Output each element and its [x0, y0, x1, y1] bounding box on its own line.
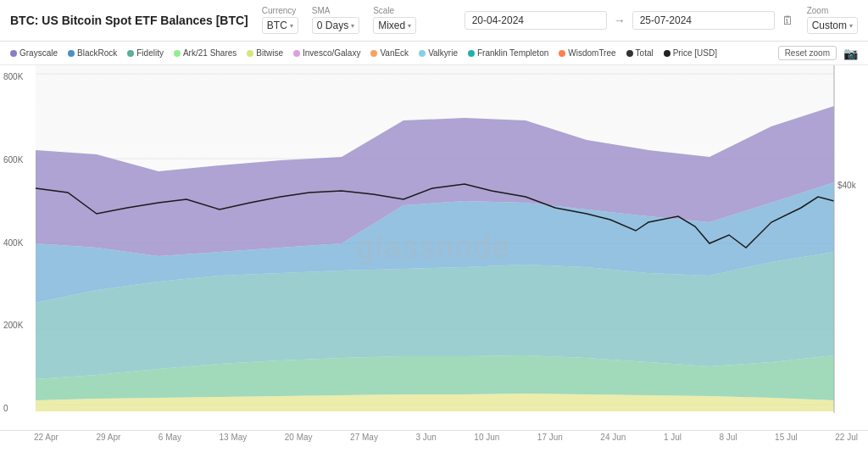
total-dot	[626, 50, 633, 57]
legend-bar: Grayscale BlackRock Fidelity Ark/21 Shar…	[0, 42, 868, 65]
date-start-input[interactable]	[465, 11, 607, 30]
x-label-17jun: 17 Jun	[537, 433, 563, 442]
x-axis: 22 Apr 29 Apr 6 May 13 May 20 May 27 May…	[0, 430, 868, 444]
legend-bitwise-label: Bitwise	[256, 48, 283, 58]
x-label-3jun: 3 Jun	[415, 433, 436, 442]
chart-actions: Reset zoom 📷	[778, 46, 858, 60]
x-label-13may: 13 May	[220, 433, 248, 442]
date-arrow: →	[614, 14, 626, 27]
right-axis-label: $40k	[837, 181, 857, 190]
legend-fidelity-label: Fidelity	[136, 48, 164, 58]
legend-blackrock-label: BlackRock	[77, 48, 117, 58]
screenshot-icon[interactable]: 📷	[843, 47, 858, 60]
header-controls: Currency BTC ▾ SMA 0 Days ▾ Scale Mixed …	[262, 7, 858, 34]
reset-zoom-button[interactable]: Reset zoom	[778, 46, 837, 60]
currency-control: Currency BTC ▾	[262, 7, 298, 34]
legend-bitwise[interactable]: Bitwise	[247, 48, 283, 58]
legend-blackrock[interactable]: BlackRock	[68, 48, 117, 58]
sma-control: SMA 0 Days ▾	[312, 7, 359, 34]
sma-label: SMA	[312, 7, 359, 15]
blackrock-dot	[68, 50, 75, 57]
chevron-down-icon: ▾	[351, 22, 354, 30]
chart-area: 800K 600K 400K 200K 0	[0, 65, 868, 430]
page-header: BTC: US Bitcoin Spot ETF Balances [BTC] …	[0, 0, 868, 42]
y-label-600k: 600K	[3, 155, 32, 165]
legend-valkyrie[interactable]: Valkyrie	[419, 48, 458, 58]
scale-control: Scale Mixed ▾	[373, 7, 416, 34]
zoom-control: Zoom Custom ▾	[807, 7, 858, 34]
legend-grayscale[interactable]: Grayscale	[10, 48, 58, 58]
valkyrie-dot	[419, 50, 426, 57]
grayscale-dot	[10, 50, 17, 57]
fidelity-dot	[127, 50, 134, 57]
scale-select[interactable]: Mixed ▾	[373, 17, 416, 34]
legend-price[interactable]: Price [USD]	[664, 48, 717, 58]
x-label-22jul: 22 Jul	[835, 433, 858, 442]
invesco-dot	[293, 50, 300, 57]
chevron-down-icon: ▾	[290, 22, 293, 30]
legend-ark-label: Ark/21 Shares	[183, 48, 236, 58]
legend-price-label: Price [USD]	[673, 48, 717, 58]
bitwise-dot	[247, 50, 253, 57]
x-label-10jun: 10 Jun	[474, 433, 499, 442]
sma-select[interactable]: 0 Days ▾	[312, 17, 359, 34]
price-dot	[664, 50, 670, 57]
legend-total[interactable]: Total	[626, 48, 654, 58]
x-label-1jul: 1 Jul	[664, 433, 682, 442]
date-range-control: → 🗓	[465, 11, 793, 30]
x-label-29apr: 29 Apr	[96, 433, 120, 442]
legend-invesco-label: Invesco/Galaxy	[303, 48, 360, 58]
x-label-24jun: 24 Jun	[600, 433, 626, 442]
x-label-15jul: 15 Jul	[775, 433, 798, 442]
y-label-800k: 800K	[3, 72, 32, 81]
x-label-27may: 27 May	[350, 433, 378, 442]
vaneck-dot	[370, 50, 377, 57]
legend-fidelity[interactable]: Fidelity	[127, 48, 164, 58]
legend-ark[interactable]: Ark/21 Shares	[174, 48, 236, 58]
x-label-20may: 20 May	[285, 433, 313, 442]
y-label-0: 0	[3, 404, 32, 413]
chevron-down-icon: ▾	[849, 22, 853, 30]
y-label-400k: 400K	[3, 238, 32, 248]
zoom-select[interactable]: Custom ▾	[807, 17, 858, 34]
currency-label: Currency	[262, 7, 298, 15]
legend-invesco[interactable]: Invesco/Galaxy	[293, 48, 360, 58]
calendar-icon[interactable]: 🗓	[782, 14, 793, 27]
x-label-6may: 6 May	[159, 433, 181, 442]
x-label-22apr: 22 Apr	[34, 433, 58, 442]
legend-valkyrie-label: Valkyrie	[428, 48, 458, 58]
date-end-input[interactable]	[632, 11, 775, 30]
y-axis: 800K 600K 400K 200K 0	[0, 65, 36, 430]
legend-vaneck-label: VanEck	[380, 48, 409, 58]
franklin-dot	[468, 50, 475, 57]
page-title: BTC: US Bitcoin Spot ETF Balances [BTC]	[10, 14, 248, 27]
chart-svg: $40k	[0, 65, 868, 430]
legend-franklin-label: Franklin Templeton	[477, 48, 548, 58]
legend-grayscale-label: Grayscale	[19, 48, 58, 58]
y-label-200k: 200K	[3, 321, 32, 330]
legend-vaneck[interactable]: VanEck	[370, 48, 409, 58]
currency-select[interactable]: BTC ▾	[262, 17, 298, 34]
zoom-label: Zoom	[807, 7, 858, 15]
scale-label: Scale	[373, 7, 416, 15]
x-label-8jul: 8 Jul	[719, 433, 737, 442]
legend-wisdomtree[interactable]: WisdomTree	[559, 48, 615, 58]
chevron-down-icon: ▾	[408, 22, 411, 30]
legend-wisdomtree-label: WisdomTree	[568, 48, 615, 58]
ark-dot	[174, 50, 181, 57]
wisdomtree-dot	[559, 50, 565, 57]
legend-franklin[interactable]: Franklin Templeton	[468, 48, 548, 58]
legend-total-label: Total	[636, 48, 654, 58]
